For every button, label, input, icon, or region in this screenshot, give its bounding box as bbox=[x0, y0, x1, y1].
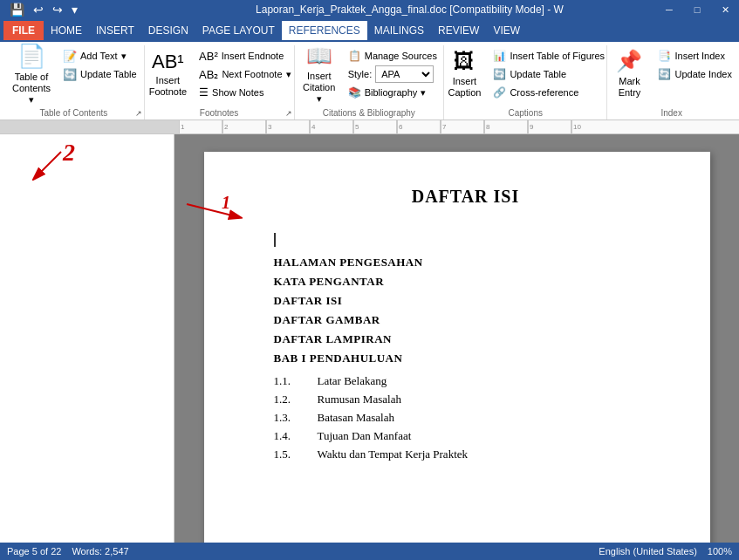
ribbon-group-captions: 🖼 InsertCaption 📊 Insert Table of Figure… bbox=[444, 45, 607, 120]
subitem-text-4: Tujuan Dan Manfaat bbox=[318, 429, 412, 443]
ruler-content: 1 2 3 4 5 6 7 8 9 10 bbox=[0, 120, 739, 133]
document-area[interactable]: 1 DAFTAR ISI HALAMAN PENGESAHAN KATA PEN… bbox=[174, 134, 739, 543]
doc-item-1: HALAMAN PENGESAHAN bbox=[274, 256, 658, 270]
svg-text:1: 1 bbox=[181, 123, 185, 131]
menu-bar: FILE HOME INSERT DESIGN PAGE LAYOUT REFE… bbox=[0, 19, 739, 42]
index-col: 📑 Insert Index 🔄 Update Index bbox=[654, 47, 735, 97]
maximize-btn[interactable]: □ bbox=[683, 0, 711, 19]
insert-index-button[interactable]: 📑 Insert Index bbox=[654, 47, 735, 65]
view-menu[interactable]: VIEW bbox=[486, 21, 527, 40]
ruler-left-margin bbox=[0, 120, 179, 133]
add-text-label: Add Text bbox=[80, 51, 118, 61]
doc-item-4: DAFTAR GAMBAR bbox=[274, 313, 658, 327]
ruler-active[interactable]: 1 2 3 4 5 6 7 8 9 10 bbox=[179, 120, 739, 133]
svg-text:7: 7 bbox=[442, 123, 447, 131]
update-table2-button[interactable]: 🔄 Update Table bbox=[489, 65, 608, 83]
left-panel: 2 bbox=[0, 134, 174, 543]
status-bar: Page 5 of 22 Words: 2,547 English (Unite… bbox=[0, 543, 739, 560]
ribbon-group-toc: 📄 Table ofContents ▾ 📝 Add Text ▾ 🔄 Upda… bbox=[3, 45, 145, 120]
text-cursor bbox=[274, 233, 276, 247]
ribbon: 📄 Table ofContents ▾ 📝 Add Text ▾ 🔄 Upda… bbox=[0, 42, 739, 120]
doc-subitem-1: 1.1. Latar Belakang bbox=[274, 374, 658, 388]
quick-access-toolbar: 💾 ↩ ↪ ▾ bbox=[7, 1, 80, 18]
bibliography-button[interactable]: 📚 Bibliography ▾ bbox=[345, 84, 441, 101]
update-index-button[interactable]: 🔄 Update Index bbox=[654, 65, 735, 83]
insert-citation-label: InsertCitation ▾ bbox=[303, 71, 336, 106]
redo-btn[interactable]: ↪ bbox=[50, 1, 65, 18]
minimize-btn[interactable]: ─ bbox=[655, 0, 683, 19]
document-title: DAFTAR ISI bbox=[274, 187, 658, 207]
svg-text:3: 3 bbox=[268, 123, 272, 131]
subitem-text-3: Batasan Masalah bbox=[318, 411, 394, 425]
page-layout-menu[interactable]: PAGE LAYOUT bbox=[195, 21, 282, 40]
file-menu[interactable]: FILE bbox=[3, 21, 44, 40]
show-notes-button[interactable]: ☰ Show Notes bbox=[195, 84, 294, 101]
update-table-button[interactable]: 🔄 Update Table bbox=[59, 65, 140, 83]
save-btn[interactable]: 💾 bbox=[7, 1, 27, 18]
subitem-text-2: Rumusan Masalah bbox=[318, 393, 401, 406]
insert-caption-button[interactable]: 🖼 InsertCaption bbox=[442, 47, 486, 101]
subitem-num-1: 1.1. bbox=[274, 374, 300, 388]
doc-item-6: BAB I PENDAHULUAN bbox=[274, 352, 658, 365]
references-menu[interactable]: REFERENCES bbox=[282, 21, 367, 40]
status-language: English (United States) bbox=[599, 546, 697, 557]
svg-text:6: 6 bbox=[399, 123, 403, 131]
insert-index-icon: 📑 bbox=[658, 50, 671, 62]
ribbon-group-citations: 📖 InsertCitation ▾ 📋 Manage Sources Styl… bbox=[295, 45, 445, 120]
ruler-ticks: 1 2 3 4 5 6 7 8 9 10 bbox=[179, 120, 739, 134]
cross-reference-button[interactable]: 🔗 Cross-reference bbox=[489, 84, 608, 101]
title-text: Laporan_Kerja_Praktek_Angga_final.doc [C… bbox=[87, 3, 732, 16]
footnotes-group-label: Footnotes bbox=[200, 108, 238, 118]
review-menu[interactable]: REVIEW bbox=[431, 21, 486, 40]
svg-text:4: 4 bbox=[311, 123, 316, 131]
show-notes-label: Show Notes bbox=[212, 87, 263, 98]
mailings-menu[interactable]: MAILINGS bbox=[367, 21, 431, 40]
status-zoom: 100% bbox=[708, 546, 732, 557]
home-menu[interactable]: HOME bbox=[44, 21, 89, 40]
annotation-2-svg: 2 bbox=[9, 143, 79, 195]
svg-text:2: 2 bbox=[62, 143, 75, 166]
title-bar: 💾 ↩ ↪ ▾ Laporan_Kerja_Praktek_Angga_fina… bbox=[0, 0, 739, 19]
manage-sources-button[interactable]: 📋 Manage Sources bbox=[345, 47, 441, 65]
doc-item-2: KATA PENGANTAR bbox=[274, 275, 658, 289]
doc-item-3: DAFTAR ISI bbox=[274, 294, 658, 308]
toc-group-label: Table of Contents bbox=[39, 108, 107, 118]
status-right: English (United States) 100% bbox=[599, 546, 732, 557]
insert-endnote-button[interactable]: AB² Insert Endnote bbox=[195, 47, 294, 65]
customize-btn[interactable]: ▾ bbox=[69, 1, 80, 18]
table-of-contents-button[interactable]: 📄 Table ofContents ▾ bbox=[7, 47, 56, 101]
svg-text:2: 2 bbox=[224, 123, 229, 131]
insert-menu[interactable]: INSERT bbox=[89, 21, 141, 40]
insert-index-label: Insert Index bbox=[674, 51, 724, 61]
next-footnote-arrow: ▾ bbox=[286, 69, 291, 80]
footnotes-dialog-btn[interactable]: ↗ bbox=[285, 109, 292, 118]
style-label: Style: bbox=[348, 69, 373, 79]
status-words: Words: 2,547 bbox=[72, 546, 128, 557]
mark-entry-button[interactable]: 📌 MarkEntry bbox=[607, 47, 651, 101]
add-text-icon: 📝 bbox=[63, 50, 77, 63]
close-btn[interactable]: ✕ bbox=[711, 0, 739, 19]
toc-dialog-btn[interactable]: ↗ bbox=[135, 109, 142, 118]
design-menu[interactable]: DESIGN bbox=[141, 21, 195, 40]
citations-col: 📋 Manage Sources Style: APA MLA Chicago … bbox=[345, 47, 441, 115]
insert-table-figures-label: Insert Table of Figures bbox=[510, 51, 605, 61]
manage-sources-label: Manage Sources bbox=[365, 51, 437, 61]
toc-icon: 📄 bbox=[17, 43, 45, 70]
citations-group-label: Citations & Bibliography bbox=[323, 108, 415, 118]
insert-endnote-label: Insert Endnote bbox=[222, 51, 284, 61]
document-page: 1 DAFTAR ISI HALAMAN PENGESAHAN KATA PEN… bbox=[204, 152, 710, 543]
insert-footnote-button[interactable]: AB¹ InsertFootnote bbox=[144, 47, 192, 101]
bibliography-arrow: ▾ bbox=[421, 87, 426, 99]
add-text-button[interactable]: 📝 Add Text ▾ bbox=[59, 47, 140, 65]
insert-table-figures-button[interactable]: 📊 Insert Table of Figures bbox=[489, 47, 608, 65]
style-select[interactable]: APA MLA Chicago bbox=[375, 65, 434, 83]
insert-citation-button[interactable]: 📖 InsertCitation ▾ bbox=[298, 47, 341, 101]
next-footnote-button[interactable]: AB₂ Next Footnote ▾ bbox=[195, 65, 294, 83]
subitem-num-2: 1.2. bbox=[274, 393, 300, 406]
undo-btn[interactable]: ↩ bbox=[31, 1, 46, 18]
doc-subitem-4: 1.4. Tujuan Dan Manfaat bbox=[274, 429, 658, 443]
table-figures-icon: 📊 bbox=[493, 50, 506, 62]
doc-subitem-5: 1.5. Waktu dan Tempat Kerja Praktek bbox=[274, 447, 658, 461]
svg-text:9: 9 bbox=[530, 123, 534, 131]
doc-subitem-3: 1.3. Batasan Masalah bbox=[274, 411, 658, 425]
